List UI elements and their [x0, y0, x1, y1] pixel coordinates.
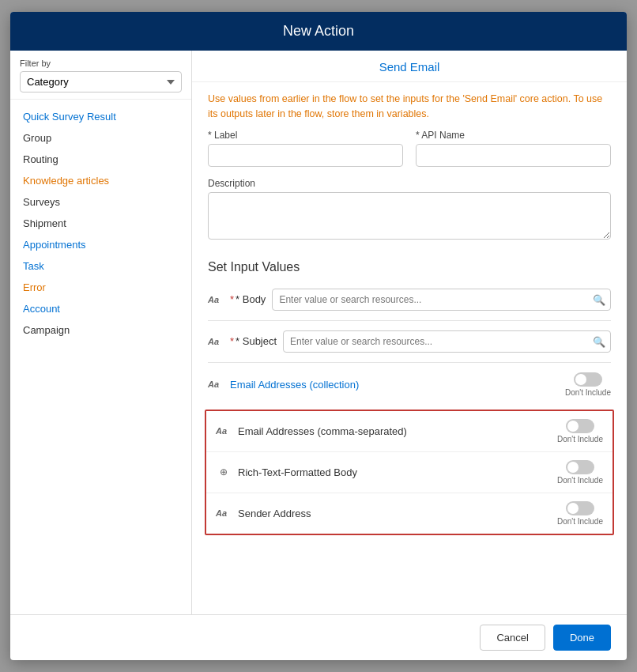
modal-body: Filter by Category Quick Survey Result G…	[10, 51, 627, 614]
highlighted-section: Aa Email Addresses (comma-separated) Don…	[205, 410, 614, 535]
sender-address-row: Aa Sender Address Don't Include	[206, 493, 612, 534]
rich-text-toggle-wrapper: Don't Include	[557, 460, 603, 485]
divider-1	[208, 320, 611, 321]
label-group: * Label	[208, 130, 403, 167]
modal-footer: Cancel Done	[10, 614, 627, 660]
sidebar: Filter by Category Quick Survey Result G…	[10, 51, 192, 614]
modal-header: New Action	[10, 12, 627, 51]
email-comma-toggle-wrapper: Don't Include	[557, 419, 603, 444]
sidebar-list: Quick Survey Result Group Routing Knowle…	[10, 100, 191, 614]
sidebar-item-routing[interactable]: Routing	[20, 149, 182, 170]
body-input-wrapper: 🔍	[272, 289, 611, 311]
sidebar-item-knowledge[interactable]: Knowledge articles	[20, 170, 182, 191]
sidebar-item-account[interactable]: Account	[20, 298, 182, 319]
subject-field-row: Aa ** Subject 🔍	[192, 324, 627, 359]
sidebar-item-campaign[interactable]: Campaign	[20, 319, 182, 341]
subject-input-wrapper: 🔍	[283, 330, 611, 353]
email-collection-row: Aa Email Addresses (collection) Don't In…	[192, 366, 627, 403]
email-collection-toggle-label: Don't Include	[565, 388, 611, 397]
rich-text-row: ⊕ Rich-Text-Formatted Body Don't Include	[206, 451, 612, 493]
body-search-input[interactable]	[272, 289, 611, 311]
api-name-group: * API Name	[416, 130, 611, 167]
description-textarea[interactable]	[208, 192, 611, 240]
email-collection-label: Email Addresses (collection)	[230, 379, 359, 391]
rich-text-toggle[interactable]	[566, 460, 594, 474]
label-input[interactable]	[208, 144, 403, 167]
info-text: Use values from earlier in the flow to s…	[192, 82, 627, 130]
sidebar-item-quick-survey[interactable]: Quick Survey Result	[20, 106, 182, 127]
subject-search-input[interactable]	[283, 330, 611, 353]
subject-type-icon: Aa	[208, 337, 224, 346]
email-collection-type-icon: Aa	[208, 379, 224, 389]
rich-text-label: Rich-Text-Formatted Body	[238, 466, 357, 478]
body-search-icon: 🔍	[593, 293, 605, 305]
sender-address-toggle[interactable]	[566, 501, 594, 515]
api-name-label: * API Name	[416, 130, 611, 141]
rich-text-icon: ⊕	[216, 466, 232, 478]
action-title-bar: Send Email	[192, 51, 627, 82]
new-action-modal: New Action Filter by Category Quick Surv…	[10, 12, 627, 660]
body-type-icon: Aa	[208, 295, 224, 304]
email-collection-toggle[interactable]	[574, 372, 602, 387]
done-button[interactable]: Done	[553, 625, 611, 651]
email-comma-row: Aa Email Addresses (comma-separated) Don…	[206, 411, 612, 451]
sidebar-item-appointments[interactable]: Appointments	[20, 234, 182, 255]
modal-title: New Action	[283, 23, 354, 39]
sender-address-toggle-wrapper: Don't Include	[557, 501, 603, 526]
subject-search-icon: 🔍	[593, 335, 605, 347]
category-filter[interactable]: Category	[20, 71, 182, 92]
form-section: * Label * API Name Description	[192, 130, 627, 240]
filter-section: Filter by Category	[10, 51, 191, 100]
action-title: Send Email	[379, 60, 440, 74]
email-collection-toggle-wrapper: Don't Include	[565, 372, 611, 397]
body-field-row: Aa ** Body 🔍	[192, 282, 627, 317]
email-comma-toggle-label: Don't Include	[557, 435, 603, 444]
divider-2	[208, 362, 611, 363]
set-input-title: Set Input Values	[192, 251, 627, 282]
label-apiname-row: * Label * API Name	[208, 130, 611, 167]
email-comma-label: Email Addresses (comma-separated)	[238, 425, 407, 437]
sender-address-label: Sender Address	[238, 508, 311, 519]
filter-label: Filter by	[20, 59, 182, 68]
body-field-label: ** Body	[230, 293, 266, 305]
email-comma-toggle[interactable]	[566, 419, 594, 433]
rich-text-toggle-label: Don't Include	[557, 476, 603, 485]
sender-address-toggle-label: Don't Include	[557, 517, 603, 526]
sidebar-item-task[interactable]: Task	[20, 255, 182, 277]
email-comma-type-icon: Aa	[216, 426, 232, 436]
sender-address-type-icon: Aa	[216, 508, 232, 518]
cancel-button[interactable]: Cancel	[480, 625, 545, 651]
sidebar-item-surveys[interactable]: Surveys	[20, 191, 182, 213]
description-group: Description	[208, 178, 611, 240]
sidebar-item-error[interactable]: Error	[20, 277, 182, 298]
sidebar-item-shipment[interactable]: Shipment	[20, 213, 182, 234]
subject-field-label: ** Subject	[230, 335, 277, 347]
api-name-input[interactable]	[416, 144, 611, 167]
content-scroll: Send Email Use values from earlier in th…	[192, 51, 627, 614]
label-field-label: * Label	[208, 130, 403, 141]
sidebar-item-group[interactable]: Group	[20, 127, 182, 149]
description-label: Description	[208, 178, 611, 189]
content-panel: Send Email Use values from earlier in th…	[192, 51, 627, 614]
